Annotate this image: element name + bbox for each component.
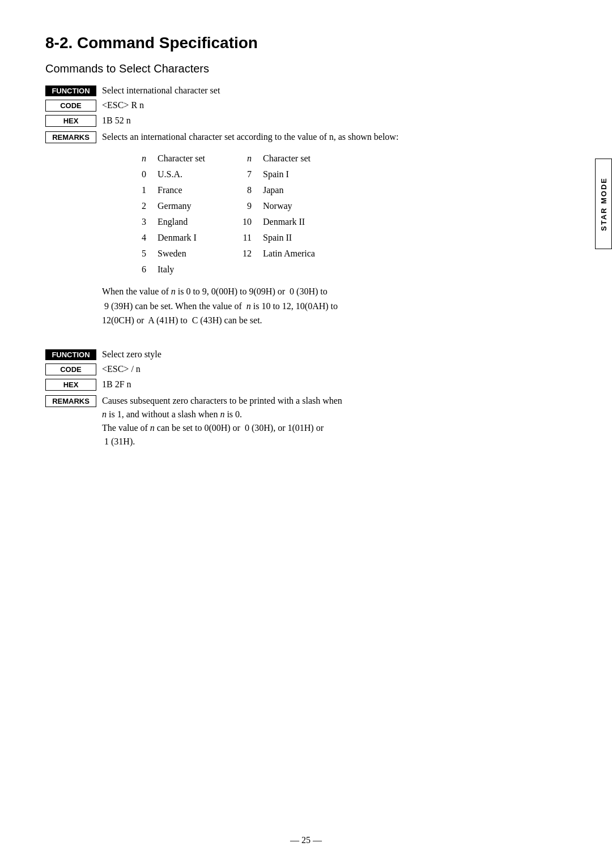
code-row-1: CODE <ESC> R n (45, 100, 567, 112)
char-table-body: 0U.S.A.7Spain I1France8Japan2Germany9Nor… (136, 166, 343, 277)
footer-text: — 25 — (290, 835, 322, 845)
code-row-2: CODE <ESC> / n (45, 364, 567, 375)
remarks-text-1: Selects an international character set a… (102, 130, 567, 333)
col-n1: n (136, 151, 153, 166)
function-badge-1: FUNCTION (45, 85, 96, 96)
subsection-title: Commands to Select Characters (45, 62, 567, 75)
table-row: 3England10Denmark II (136, 214, 343, 230)
hex-badge-1: HEX (45, 115, 96, 127)
remarks-text-2: Causes subsequent zero characters to be … (102, 394, 567, 448)
char-table: n Character set n Character set 0U.S.A.7… (136, 151, 567, 277)
table-row: 1France8Japan (136, 182, 343, 198)
page-footer: — 25 — (0, 835, 612, 845)
code-value-2: <ESC> / n (102, 364, 141, 374)
col-charset2: Character set (258, 151, 343, 166)
remarks-block-2: REMARKS Causes subsequent zero character… (45, 394, 567, 448)
code-badge-1: CODE (45, 100, 96, 112)
function-badge-2: FUNCTION (45, 349, 96, 360)
hex-value-1: 1B 52 n (102, 116, 131, 126)
function-row-2: FUNCTION Select zero style (45, 349, 567, 360)
col-charset1: Character set (153, 151, 238, 166)
sidebar-tab: STAR MODE (595, 159, 612, 249)
function-text-2: Select zero style (102, 349, 162, 360)
function-row-1: FUNCTION Select international character … (45, 85, 567, 96)
page: STAR MODE 8-2. Command Specification Com… (0, 0, 612, 868)
sidebar-label: STAR MODE (600, 177, 608, 230)
table-row: 5Sweden12Latin America (136, 246, 343, 262)
table-row: 2Germany9Norway (136, 198, 343, 214)
note-text-1: When the value of n is 0 to 9, 0(00H) to… (102, 284, 567, 328)
function-block-2: FUNCTION Select zero style CODE <ESC> / … (45, 349, 567, 448)
char-table-header: n Character set n Character set (136, 151, 343, 166)
col-n2: n (238, 151, 258, 166)
remarks-badge-1: REMARKS (45, 131, 96, 143)
table-row: 6Italy (136, 262, 343, 277)
remarks-block-1: REMARKS Selects an international charact… (45, 130, 567, 333)
code-value-1: <ESC> R n (102, 100, 144, 110)
code-badge-2: CODE (45, 364, 96, 375)
table-row: 4Denmark I11Spain II (136, 230, 343, 246)
hex-value-2: 1B 2F n (102, 379, 131, 390)
table-row: 0U.S.A.7Spain I (136, 166, 343, 182)
hex-row-1: HEX 1B 52 n (45, 115, 567, 127)
remarks-badge-2: REMARKS (45, 395, 96, 407)
char-table-inner: n Character set n Character set 0U.S.A.7… (136, 151, 343, 277)
hex-badge-2: HEX (45, 379, 96, 391)
hex-row-2: HEX 1B 2F n (45, 379, 567, 391)
function-block-1: FUNCTION Select international character … (45, 85, 567, 333)
function-text-1: Select international character set (102, 85, 220, 96)
page-title: 8-2. Command Specification (45, 34, 567, 52)
